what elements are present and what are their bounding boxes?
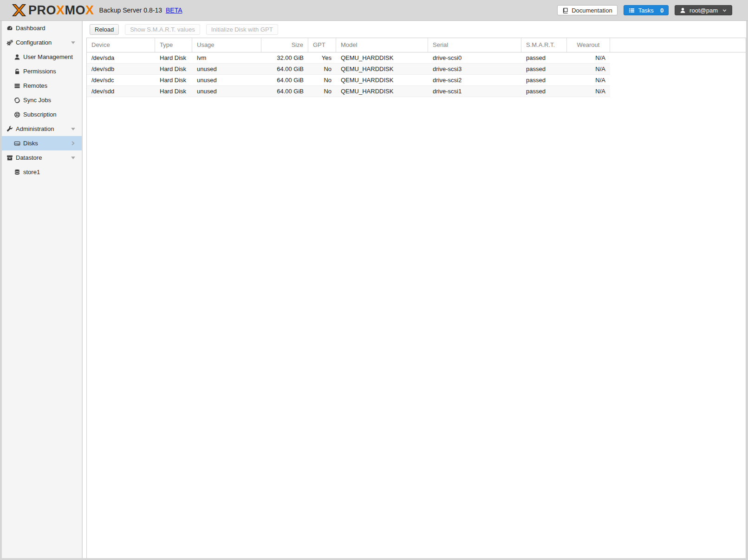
- cell-usage: unused: [192, 75, 261, 85]
- cell-smart: passed: [521, 86, 567, 97]
- tasks-list-icon: [629, 7, 635, 13]
- cell-size: 64.00 GiB: [261, 75, 308, 85]
- show-smart-values-button: Show S.M.A.R.T. values: [125, 24, 200, 35]
- cell-gpt: No: [308, 64, 336, 74]
- table-header-row: Device Type Usage Size GPT Model Serial …: [87, 38, 746, 52]
- tasks-count-badge: 0: [660, 7, 663, 14]
- unlock-icon: [14, 68, 20, 75]
- table-row[interactable]: /dev/sdb Hard Disk unused 64.00 GiB No Q…: [87, 64, 610, 75]
- cell-type: Hard Disk: [155, 75, 192, 85]
- sidebar-item-configuration[interactable]: Configuration: [2, 35, 82, 50]
- caret-down-icon[interactable]: [71, 155, 76, 160]
- cell-wearout: N/A: [567, 52, 610, 63]
- cell-wearout: N/A: [567, 75, 610, 85]
- sidebar-item-store1[interactable]: store1: [2, 165, 82, 179]
- table-row[interactable]: /dev/sdd Hard Disk unused 64.00 GiB No Q…: [87, 86, 610, 97]
- user-icon: [14, 54, 20, 60]
- table-row[interactable]: /dev/sda Hard Disk lvm 32.00 GiB Yes QEM…: [87, 52, 610, 64]
- caret-down-icon[interactable]: [71, 40, 76, 45]
- beta-link[interactable]: BETA: [166, 7, 182, 14]
- tasks-button[interactable]: Tasks 0: [624, 5, 669, 15]
- documentation-button[interactable]: Documentation: [557, 5, 617, 15]
- proxmox-logo-icon: [12, 4, 26, 17]
- column-header-filler: [610, 38, 746, 52]
- column-header-usage[interactable]: Usage: [192, 38, 261, 52]
- cell-wearout: N/A: [567, 86, 610, 97]
- sidebar-item-user-management[interactable]: User Management: [2, 50, 82, 64]
- sidebar-item-label: Remotes: [23, 82, 47, 89]
- sidebar-item-label: User Management: [23, 53, 73, 60]
- column-header-size[interactable]: Size: [261, 38, 308, 52]
- column-header-gpt[interactable]: GPT: [308, 38, 336, 52]
- cell-device: /dev/sdb: [87, 64, 155, 74]
- sidebar-item-datastore[interactable]: Datastore: [2, 150, 82, 165]
- cell-serial: drive-scsi3: [428, 64, 521, 74]
- sidebar-item-remotes[interactable]: Remotes: [2, 78, 82, 93]
- cell-device: /dev/sdd: [87, 86, 155, 97]
- sidebar-item-label: Configuration: [16, 39, 52, 46]
- sidebar-item-label: Subscription: [23, 111, 57, 118]
- database-icon: [14, 169, 20, 176]
- cell-type: Hard Disk: [155, 86, 192, 97]
- column-header-smart[interactable]: S.M.A.R.T.: [521, 38, 567, 52]
- cell-gpt: No: [308, 86, 336, 97]
- cell-size: 64.00 GiB: [261, 64, 308, 74]
- gears-icon: [7, 39, 13, 46]
- proxmox-wordmark: PROXMOX: [28, 4, 94, 17]
- column-header-type[interactable]: Type: [155, 38, 192, 52]
- user-menu-button[interactable]: root@pam: [675, 5, 732, 15]
- column-header-device[interactable]: Device: [87, 38, 155, 52]
- cell-wearout: N/A: [567, 64, 610, 74]
- cell-serial: drive-scsi1: [428, 86, 521, 97]
- caret-down-icon[interactable]: [71, 126, 76, 131]
- cell-device: /dev/sda: [87, 52, 155, 63]
- sidebar-item-label: store1: [23, 169, 40, 176]
- cell-type: Hard Disk: [155, 64, 192, 74]
- chevron-right-icon: [71, 141, 75, 146]
- initialize-disk-gpt-button: Initialize Disk with GPT: [206, 24, 278, 35]
- sidebar-item-label: Disks: [23, 140, 38, 147]
- sync-icon: [14, 97, 20, 104]
- cell-usage: unused: [192, 86, 261, 97]
- sidebar: Dashboard Configuration User Management: [2, 21, 82, 558]
- chevron-down-icon: [722, 8, 727, 13]
- cell-smart: passed: [521, 52, 567, 63]
- column-header-model[interactable]: Model: [336, 38, 428, 52]
- wrench-icon: [7, 126, 13, 132]
- user-label: root@pam: [689, 7, 718, 14]
- sidebar-item-sync-jobs[interactable]: Sync Jobs: [2, 93, 82, 107]
- sidebar-item-dashboard[interactable]: Dashboard: [2, 21, 82, 35]
- cell-size: 32.00 GiB: [261, 52, 308, 63]
- cell-model: QEMU_HARDDISK: [336, 64, 428, 74]
- sidebar-item-label: Permissions: [23, 68, 56, 75]
- tachometer-icon: [7, 25, 13, 32]
- sidebar-item-subscription[interactable]: Subscription: [2, 107, 82, 122]
- table-row[interactable]: /dev/sdc Hard Disk unused 64.00 GiB No Q…: [87, 75, 610, 86]
- sidebar-item-permissions[interactable]: Permissions: [2, 64, 82, 78]
- column-header-serial[interactable]: Serial: [428, 38, 521, 52]
- list-bars-icon: [14, 83, 20, 89]
- reload-button[interactable]: Reload: [90, 24, 119, 35]
- sidebar-item-label: Dashboard: [16, 25, 46, 32]
- sidebar-item-label: Administration: [16, 125, 54, 132]
- cell-model: QEMU_HARDDISK: [336, 75, 428, 85]
- cell-gpt: Yes: [308, 52, 336, 63]
- cell-model: QEMU_HARDDISK: [336, 86, 428, 97]
- cell-usage: unused: [192, 64, 261, 74]
- column-header-wearout[interactable]: Wearout: [567, 38, 610, 52]
- hdd-icon: [14, 140, 20, 147]
- cell-type: Hard Disk: [155, 52, 192, 63]
- archive-icon: [7, 155, 13, 161]
- tasks-label: Tasks: [638, 7, 654, 14]
- cell-smart: passed: [521, 64, 567, 74]
- sidebar-item-label: Sync Jobs: [23, 97, 51, 104]
- cell-smart: passed: [521, 75, 567, 85]
- sidebar-item-disks[interactable]: Disks: [2, 136, 82, 150]
- page-title: Backup Server 0.8-13: [99, 7, 162, 14]
- cell-serial: drive-scsi2: [428, 75, 521, 85]
- book-icon: [562, 7, 568, 13]
- sidebar-item-administration[interactable]: Administration: [2, 122, 82, 136]
- cell-model: QEMU_HARDDISK: [336, 52, 428, 63]
- top-header-bar: PROXMOX Backup Server 0.8-13 BETA Docume…: [0, 0, 748, 21]
- toolbar: Reload Show S.M.A.R.T. values Initialize…: [83, 21, 746, 38]
